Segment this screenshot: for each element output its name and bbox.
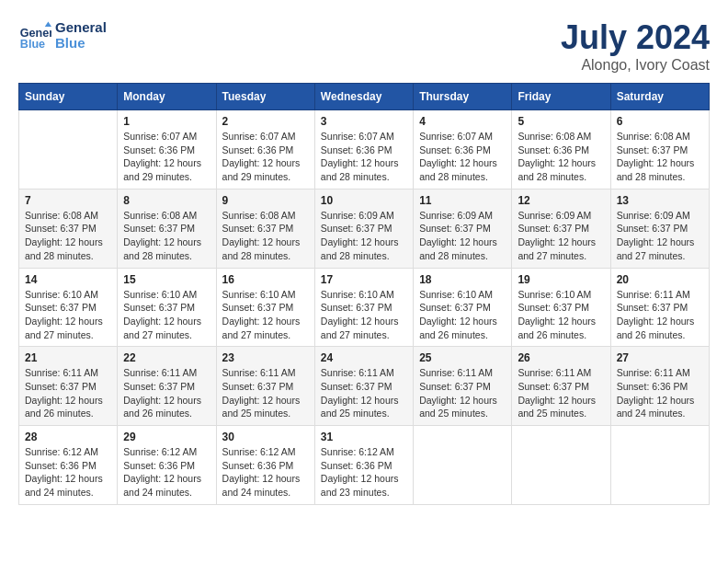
day-number: 23	[222, 351, 309, 364]
calendar-cell: 8Sunrise: 6:08 AMSunset: 6:37 PMDaylight…	[118, 189, 216, 268]
day-info: Sunrise: 6:08 AMSunset: 6:37 PMDaylight:…	[222, 209, 309, 263]
calendar-cell: 12Sunrise: 6:09 AMSunset: 6:37 PMDayligh…	[512, 189, 610, 268]
day-number: 2	[222, 115, 309, 128]
day-number: 14	[25, 273, 111, 286]
day-number: 24	[321, 351, 407, 364]
day-number: 12	[518, 194, 604, 207]
day-number: 30	[222, 431, 309, 443]
day-info: Sunrise: 6:11 AMSunset: 6:37 PMDaylight:…	[321, 366, 407, 420]
page-header: General Blue General Blue July 2024 Alon…	[18, 18, 710, 74]
day-number: 9	[222, 194, 309, 207]
day-number: 29	[123, 431, 210, 443]
calendar-cell: 3Sunrise: 6:07 AMSunset: 6:36 PMDaylight…	[314, 110, 413, 190]
day-info: Sunrise: 6:08 AMSunset: 6:37 PMDaylight:…	[25, 209, 111, 263]
day-number: 11	[419, 194, 506, 207]
week-row: 14Sunrise: 6:10 AMSunset: 6:37 PMDayligh…	[19, 268, 710, 347]
calendar-cell: 14Sunrise: 6:10 AMSunset: 6:37 PMDayligh…	[19, 268, 118, 347]
calendar-cell: 24Sunrise: 6:11 AMSunset: 6:37 PMDayligh…	[314, 347, 413, 426]
logo-line2: Blue	[55, 35, 107, 51]
day-number: 20	[617, 273, 703, 286]
day-number: 21	[25, 351, 111, 364]
calendar-cell	[512, 426, 610, 505]
day-number: 28	[25, 431, 111, 443]
logo-icon: General Blue	[18, 18, 51, 52]
day-info: Sunrise: 6:11 AMSunset: 6:37 PMDaylight:…	[222, 366, 309, 420]
day-number: 26	[518, 351, 604, 364]
calendar-cell: 29Sunrise: 6:12 AMSunset: 6:36 PMDayligh…	[118, 426, 216, 505]
calendar-cell: 10Sunrise: 6:09 AMSunset: 6:37 PMDayligh…	[314, 189, 413, 268]
header-row: SundayMondayTuesdayWednesdayThursdayFrid…	[19, 84, 710, 110]
calendar-cell	[19, 110, 118, 190]
subtitle: Alongo, Ivory Coast	[561, 57, 710, 74]
day-number: 7	[25, 194, 111, 207]
day-info: Sunrise: 6:11 AMSunset: 6:36 PMDaylight:…	[617, 366, 703, 420]
calendar-cell: 6Sunrise: 6:08 AMSunset: 6:37 PMDaylight…	[610, 110, 709, 190]
week-row: 1Sunrise: 6:07 AMSunset: 6:36 PMDaylight…	[19, 110, 710, 190]
calendar-header: SundayMondayTuesdayWednesdayThursdayFrid…	[19, 84, 710, 110]
day-info: Sunrise: 6:10 AMSunset: 6:37 PMDaylight:…	[222, 288, 309, 342]
calendar-cell: 15Sunrise: 6:10 AMSunset: 6:37 PMDayligh…	[118, 268, 216, 347]
calendar-cell: 13Sunrise: 6:09 AMSunset: 6:37 PMDayligh…	[610, 189, 709, 268]
header-cell-monday: Monday	[118, 84, 216, 110]
day-number: 31	[321, 431, 407, 443]
calendar-cell: 25Sunrise: 6:11 AMSunset: 6:37 PMDayligh…	[414, 347, 512, 426]
day-info: Sunrise: 6:09 AMSunset: 6:37 PMDaylight:…	[419, 209, 506, 263]
calendar-cell: 23Sunrise: 6:11 AMSunset: 6:37 PMDayligh…	[216, 347, 314, 426]
day-number: 4	[419, 115, 506, 128]
header-cell-tuesday: Tuesday	[216, 84, 314, 110]
calendar-cell: 17Sunrise: 6:10 AMSunset: 6:37 PMDayligh…	[314, 268, 413, 347]
day-info: Sunrise: 6:10 AMSunset: 6:37 PMDaylight:…	[321, 288, 407, 342]
calendar-cell: 5Sunrise: 6:08 AMSunset: 6:36 PMDaylight…	[512, 110, 610, 190]
day-number: 3	[321, 115, 407, 128]
day-number: 15	[123, 273, 210, 286]
day-info: Sunrise: 6:09 AMSunset: 6:37 PMDaylight:…	[321, 209, 407, 263]
header-cell-friday: Friday	[512, 84, 610, 110]
calendar-cell: 9Sunrise: 6:08 AMSunset: 6:37 PMDaylight…	[216, 189, 314, 268]
day-info: Sunrise: 6:11 AMSunset: 6:37 PMDaylight:…	[518, 366, 604, 420]
header-cell-wednesday: Wednesday	[314, 84, 413, 110]
day-info: Sunrise: 6:10 AMSunset: 6:37 PMDaylight:…	[123, 288, 210, 342]
calendar-cell: 26Sunrise: 6:11 AMSunset: 6:37 PMDayligh…	[512, 347, 610, 426]
day-info: Sunrise: 6:10 AMSunset: 6:37 PMDaylight:…	[419, 288, 506, 342]
day-number: 5	[518, 115, 604, 128]
calendar-body: 1Sunrise: 6:07 AMSunset: 6:36 PMDaylight…	[19, 110, 710, 505]
day-info: Sunrise: 6:11 AMSunset: 6:37 PMDaylight:…	[617, 288, 703, 342]
day-info: Sunrise: 6:12 AMSunset: 6:36 PMDaylight:…	[321, 445, 407, 500]
calendar-cell	[610, 426, 709, 505]
calendar-cell: 4Sunrise: 6:07 AMSunset: 6:36 PMDaylight…	[414, 110, 512, 190]
day-info: Sunrise: 6:07 AMSunset: 6:36 PMDaylight:…	[222, 130, 309, 184]
calendar-cell: 31Sunrise: 6:12 AMSunset: 6:36 PMDayligh…	[314, 426, 413, 505]
calendar-cell	[414, 426, 512, 505]
calendar-cell: 21Sunrise: 6:11 AMSunset: 6:37 PMDayligh…	[19, 347, 118, 426]
day-info: Sunrise: 6:07 AMSunset: 6:36 PMDaylight:…	[123, 130, 210, 184]
day-info: Sunrise: 6:08 AMSunset: 6:37 PMDaylight:…	[617, 130, 703, 184]
day-number: 22	[123, 351, 210, 364]
calendar-cell: 11Sunrise: 6:09 AMSunset: 6:37 PMDayligh…	[414, 189, 512, 268]
calendar-cell: 2Sunrise: 6:07 AMSunset: 6:36 PMDaylight…	[216, 110, 314, 190]
day-info: Sunrise: 6:12 AMSunset: 6:36 PMDaylight:…	[222, 445, 309, 500]
calendar-cell: 20Sunrise: 6:11 AMSunset: 6:37 PMDayligh…	[610, 268, 709, 347]
day-number: 13	[617, 194, 703, 207]
day-info: Sunrise: 6:11 AMSunset: 6:37 PMDaylight:…	[123, 366, 210, 420]
day-number: 16	[222, 273, 309, 286]
week-row: 7Sunrise: 6:08 AMSunset: 6:37 PMDaylight…	[19, 189, 710, 268]
week-row: 21Sunrise: 6:11 AMSunset: 6:37 PMDayligh…	[19, 347, 710, 426]
day-number: 19	[518, 273, 604, 286]
day-info: Sunrise: 6:08 AMSunset: 6:36 PMDaylight:…	[518, 130, 604, 184]
day-info: Sunrise: 6:07 AMSunset: 6:36 PMDaylight:…	[321, 130, 407, 184]
calendar-cell: 27Sunrise: 6:11 AMSunset: 6:36 PMDayligh…	[610, 347, 709, 426]
day-number: 27	[617, 351, 703, 364]
day-number: 8	[123, 194, 210, 207]
logo-line1: General	[55, 19, 107, 35]
week-row: 28Sunrise: 6:12 AMSunset: 6:36 PMDayligh…	[19, 426, 710, 505]
header-cell-saturday: Saturday	[610, 84, 709, 110]
day-info: Sunrise: 6:11 AMSunset: 6:37 PMDaylight:…	[419, 366, 506, 420]
main-title: July 2024	[561, 18, 710, 57]
day-info: Sunrise: 6:12 AMSunset: 6:36 PMDaylight:…	[25, 445, 111, 500]
day-info: Sunrise: 6:09 AMSunset: 6:37 PMDaylight:…	[617, 209, 703, 263]
day-info: Sunrise: 6:08 AMSunset: 6:37 PMDaylight:…	[123, 209, 210, 263]
day-number: 1	[123, 115, 210, 128]
svg-text:Blue: Blue	[20, 38, 45, 51]
day-number: 10	[321, 194, 407, 207]
calendar-cell: 19Sunrise: 6:10 AMSunset: 6:37 PMDayligh…	[512, 268, 610, 347]
